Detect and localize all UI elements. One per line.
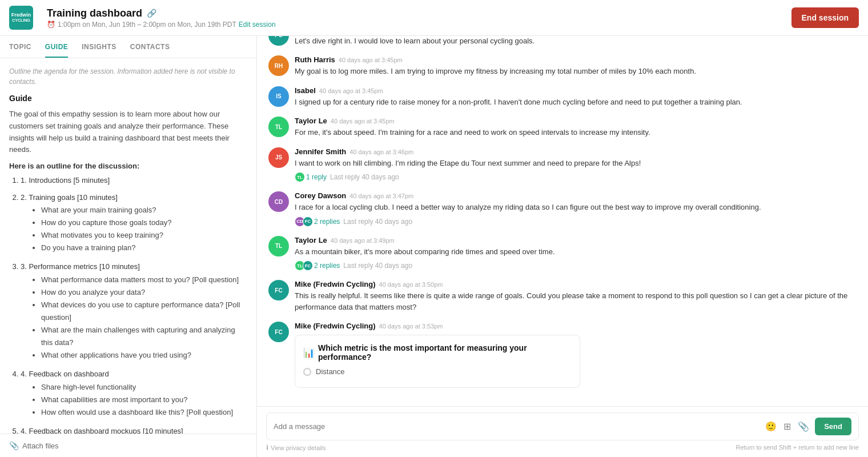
guide-sections-list: 1. Introductions [5 minutes]2. Training … bbox=[9, 174, 247, 434]
chat-message: ISIsabel40 days ago at 3:45pmI signed up… bbox=[268, 86, 857, 108]
message-header: Isabel40 days ago at 3:45pm bbox=[295, 86, 857, 95]
edit-session-link[interactable]: Edit session bbox=[239, 21, 276, 29]
guide-section-item: 1. Introductions [5 minutes] bbox=[21, 174, 247, 187]
reply-count: 1 reply bbox=[306, 173, 327, 181]
more-button[interactable]: ⋯ bbox=[841, 239, 853, 250]
tab-topic[interactable]: TOPIC bbox=[9, 43, 31, 58]
reply-button[interactable]: ↩ bbox=[813, 36, 823, 39]
message-body: Isabel40 days ago at 3:45pmI signed up f… bbox=[295, 86, 857, 108]
guide-bullet-item: Do you have a training plan? bbox=[41, 242, 247, 254]
emoji-react-button[interactable]: 🙂 bbox=[797, 89, 810, 101]
chat-message: JSJennifer Smith40 days ago at 3:46pmI w… bbox=[268, 147, 857, 183]
reply-button[interactable]: ↩ bbox=[813, 324, 823, 336]
reply-button[interactable]: ↩ bbox=[813, 283, 823, 294]
reply-button[interactable]: ↩ bbox=[813, 150, 823, 162]
guide-bullet-item: How often would use a dashboard like thi… bbox=[41, 406, 247, 419]
emoji-react-button[interactable]: 🙂 bbox=[797, 324, 810, 336]
star-button[interactable]: ☆ bbox=[827, 324, 838, 336]
reply-avatars: TLFC bbox=[295, 260, 311, 271]
reply-button[interactable]: ↩ bbox=[813, 58, 823, 70]
poll-option[interactable]: Distance bbox=[303, 367, 572, 376]
guide-intro: The goal of this empathy session is to l… bbox=[9, 109, 247, 156]
guide-bullet-item: How do you capture those goals today? bbox=[41, 217, 247, 229]
more-button[interactable]: ⋯ bbox=[841, 324, 853, 336]
message-author: Isabel bbox=[295, 86, 316, 95]
emoji-button[interactable]: 🙂 bbox=[764, 420, 778, 433]
emoji-react-button[interactable]: 🙂 bbox=[797, 36, 810, 39]
tab-contacts[interactable]: CONTACTS bbox=[130, 43, 170, 58]
message-header: Taylor Le40 days ago at 3:49pm bbox=[295, 236, 857, 244]
emoji-react-button[interactable]: 🙂 bbox=[797, 58, 810, 70]
star-button[interactable]: ☆ bbox=[827, 119, 838, 131]
emoji-react-button[interactable]: 🙂 bbox=[797, 239, 810, 250]
tab-insights[interactable]: INSIGHTS bbox=[82, 43, 116, 58]
emoji-react-button[interactable]: 🙂 bbox=[797, 194, 810, 206]
star-button[interactable]: ☆ bbox=[827, 36, 838, 39]
end-session-button[interactable]: End session bbox=[791, 7, 859, 28]
more-button[interactable]: ⋯ bbox=[841, 89, 853, 101]
template-button[interactable]: ⊞ bbox=[782, 420, 792, 433]
message-body: Ruth Harris40 days ago at 3:45pmMy goal … bbox=[295, 55, 857, 77]
emoji-react-button[interactable]: 🙂 bbox=[797, 119, 810, 131]
more-button[interactable]: ⋯ bbox=[841, 36, 853, 39]
guide-bullet-item: What other applications have you tried u… bbox=[41, 349, 247, 362]
message-author: Taylor Le bbox=[295, 117, 327, 125]
attach-label: Attach files bbox=[22, 442, 59, 450]
more-button[interactable]: ⋯ bbox=[841, 58, 853, 70]
attachment-button[interactable]: 📎 bbox=[797, 420, 810, 433]
avatar: CD bbox=[268, 191, 289, 212]
message-text: I want to work on hill climbing. I'm rid… bbox=[295, 158, 857, 169]
emoji-react-button[interactable]: 🙂 bbox=[797, 283, 810, 294]
star-button[interactable]: ☆ bbox=[827, 283, 838, 294]
main-layout: TOPIC GUIDE INSIGHTS CONTACTS Outline th… bbox=[0, 36, 868, 457]
header-title-area: Training dashboard 🔗 ⏰ 1:00pm on Mon, Ju… bbox=[47, 7, 791, 29]
message-time: 40 days ago at 3:46pm bbox=[349, 149, 413, 155]
reply-button[interactable]: ↩ bbox=[813, 89, 823, 101]
tab-guide[interactable]: GUIDE bbox=[45, 43, 68, 58]
reply-thread[interactable]: TL1 replyLast reply 40 days ago bbox=[295, 172, 857, 182]
emoji-react-button[interactable]: 🙂 bbox=[797, 150, 810, 162]
message-time: 40 days ago at 3:49pm bbox=[331, 237, 395, 244]
chat-message: CDCorey Dawson40 days ago at 3:47pmI rac… bbox=[268, 191, 857, 227]
more-button[interactable]: ⋯ bbox=[841, 283, 853, 294]
star-button[interactable]: ☆ bbox=[827, 58, 838, 70]
guide-section-item: 2. Training goals [10 minutes]What are y… bbox=[21, 191, 247, 255]
more-button[interactable]: ⋯ bbox=[841, 119, 853, 131]
star-button[interactable]: ☆ bbox=[827, 150, 838, 162]
reply-button[interactable]: ↩ bbox=[813, 239, 823, 250]
chat-message: RHRuth Harris40 days ago at 3:45pmMy goa… bbox=[268, 55, 857, 77]
reply-count: 2 replies bbox=[314, 262, 340, 270]
message-text: Let's dive right in. I would love to lea… bbox=[295, 36, 857, 46]
guide-content: Outline the agenda for the session. Info… bbox=[0, 58, 256, 434]
more-button[interactable]: ⋯ bbox=[841, 150, 853, 162]
message-author: Ruth Harris bbox=[295, 55, 335, 64]
privacy-note[interactable]: ℹ View privacy details bbox=[266, 444, 326, 451]
star-button[interactable]: ☆ bbox=[827, 239, 838, 250]
reply-thread[interactable]: CDFC2 repliesLast reply 40 days ago bbox=[295, 217, 857, 227]
star-button[interactable]: ☆ bbox=[827, 89, 838, 101]
message-header: Jennifer Smith40 days ago at 3:46pm bbox=[295, 147, 857, 156]
guide-bullet-item: How do you analyze your data? bbox=[41, 286, 247, 299]
avatar: RH bbox=[268, 55, 289, 76]
reply-button[interactable]: ↩ bbox=[813, 119, 823, 131]
attach-files-bar[interactable]: 📎 Attach files bbox=[0, 434, 256, 457]
message-author: Mike (Fredwin Cycling) bbox=[295, 280, 376, 288]
session-title: Training dashboard 🔗 bbox=[47, 7, 791, 19]
reply-last-time: Last reply 40 days ago bbox=[343, 218, 412, 226]
guide-outline-heading: Here is an outline for the discussion: bbox=[9, 162, 247, 170]
reply-thread[interactable]: TLFC2 repliesLast reply 40 days ago bbox=[295, 260, 857, 271]
poll-radio[interactable] bbox=[303, 368, 311, 376]
guide-bullet-item: What devices do you use to capture perfo… bbox=[41, 299, 247, 324]
message-body: Jennifer Smith40 days ago at 3:46pmI wan… bbox=[295, 147, 857, 183]
reply-avatar: FC bbox=[303, 217, 313, 227]
message-body: Mike (Fredwin Cycling)40 days ago at 3:4… bbox=[295, 36, 857, 46]
message-input[interactable] bbox=[274, 422, 760, 431]
poll-icon: 📊 bbox=[303, 347, 315, 358]
reply-count: 2 replies bbox=[314, 218, 340, 226]
reply-button[interactable]: ↩ bbox=[813, 194, 823, 206]
send-button[interactable]: Send bbox=[815, 418, 851, 435]
message-body: Mike (Fredwin Cycling)40 days ago at 3:5… bbox=[295, 322, 857, 388]
message-author: Jennifer Smith bbox=[295, 147, 346, 156]
more-button[interactable]: ⋯ bbox=[841, 194, 853, 206]
star-button[interactable]: ☆ bbox=[827, 194, 838, 206]
